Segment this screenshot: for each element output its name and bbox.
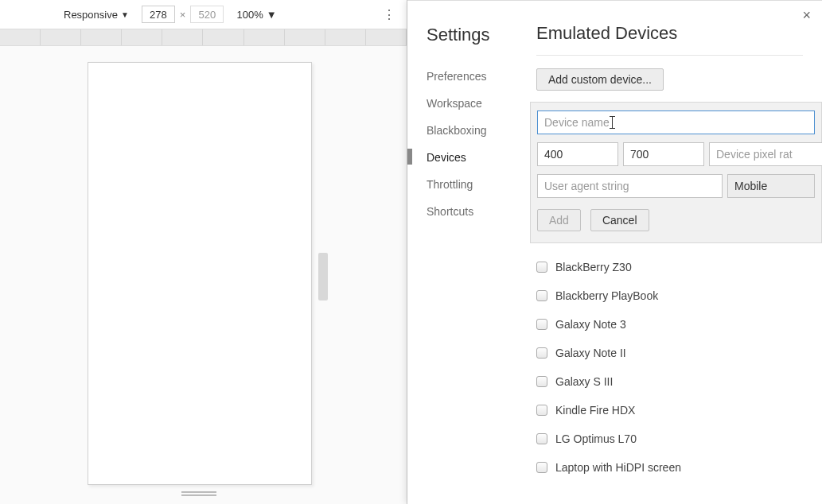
device-label: Blackberry PlayBook: [555, 289, 658, 302]
settings-sidebar: Settings PreferencesWorkspaceBlackboxing…: [407, 1, 530, 504]
close-icon[interactable]: ×: [802, 7, 811, 24]
chevron-down-icon: ▼: [267, 9, 277, 21]
settings-nav-throttling[interactable]: Throttling: [427, 171, 530, 198]
device-label: Kindle Fire HDX: [555, 404, 635, 417]
settings-nav-preferences[interactable]: Preferences: [427, 63, 530, 90]
page-title: Emulated Devices: [536, 23, 803, 44]
device-label: BlackBerry Z30: [555, 261, 632, 273]
viewport-area: [0, 46, 407, 504]
device-label: Galaxy Note II: [555, 347, 626, 359]
device-label: LG Optimus L70: [555, 432, 637, 445]
device-height-input[interactable]: [623, 142, 704, 166]
text-cursor-icon: [612, 116, 613, 129]
settings-nav-devices[interactable]: Devices: [427, 144, 530, 171]
checkbox[interactable]: [536, 319, 547, 330]
device-mode-pane: Responsive ▼ × 100% ▼ ⋮: [0, 0, 407, 504]
settings-panel: Settings PreferencesWorkspaceBlackboxing…: [407, 0, 822, 504]
add-custom-device-button[interactable]: Add custom device...: [536, 68, 664, 91]
dimension-separator: ×: [180, 9, 186, 21]
device-mode-dropdown[interactable]: Responsive ▼: [64, 9, 129, 21]
checkbox[interactable]: [536, 262, 547, 273]
viewport-dimensions: ×: [142, 6, 224, 23]
ruler: [0, 29, 407, 46]
cancel-button[interactable]: Cancel: [590, 209, 649, 231]
device-list-item[interactable]: Kindle Fire HDX: [536, 396, 803, 425]
divider: [536, 55, 803, 56]
chevron-down-icon: ▼: [121, 10, 129, 19]
add-button[interactable]: Add: [537, 209, 581, 231]
device-label: Laptop with HiDPI screen: [555, 461, 681, 474]
device-label: Galaxy S III: [555, 375, 613, 388]
device-list-item[interactable]: Laptop with HiDPI screen: [536, 453, 803, 482]
settings-nav-blackboxing[interactable]: Blackboxing: [427, 117, 530, 144]
device-toolbar: Responsive ▼ × 100% ▼ ⋮: [0, 0, 407, 29]
checkbox[interactable]: [536, 376, 547, 387]
device-name-input[interactable]: [537, 110, 815, 134]
checkbox[interactable]: [536, 290, 547, 301]
add-device-form: Mobile Add Cancel: [530, 102, 822, 243]
device-list-item[interactable]: LG Optimus L70: [536, 425, 803, 453]
checkbox[interactable]: [536, 462, 547, 473]
settings-content: × Emulated Devices Add custom device... …: [530, 1, 822, 504]
zoom-level: 100%: [236, 9, 263, 21]
viewport-resize-handle-horizontal[interactable]: [181, 491, 216, 498]
emulated-viewport[interactable]: [88, 62, 312, 485]
device-list: BlackBerry Z30Blackberry PlayBookGalaxy …: [536, 253, 803, 482]
more-options-icon[interactable]: ⋮: [383, 7, 395, 22]
device-pixel-ratio-input[interactable]: [709, 142, 822, 166]
checkbox[interactable]: [536, 347, 547, 359]
device-list-item[interactable]: Galaxy Note 3: [536, 310, 803, 339]
resize-handle-icon: [318, 253, 328, 300]
device-label: Galaxy Note 3: [555, 318, 626, 331]
settings-title: Settings: [427, 25, 530, 45]
device-width-input[interactable]: [537, 142, 618, 166]
user-agent-input[interactable]: [537, 174, 723, 198]
checkbox[interactable]: [536, 405, 547, 416]
device-mode-label: Responsive: [64, 9, 118, 21]
settings-nav-shortcuts[interactable]: Shortcuts: [427, 198, 530, 225]
device-list-item[interactable]: BlackBerry Z30: [536, 253, 803, 281]
settings-nav-workspace[interactable]: Workspace: [427, 90, 530, 117]
device-type-dropdown[interactable]: Mobile: [727, 174, 815, 198]
viewport-width-input[interactable]: [142, 6, 175, 23]
device-list-item[interactable]: Blackberry PlayBook: [536, 281, 803, 310]
viewport-resize-handle-vertical[interactable]: [318, 62, 328, 485]
viewport-height-input[interactable]: [190, 6, 224, 23]
device-list-item[interactable]: Galaxy S III: [536, 367, 803, 396]
device-list-item[interactable]: Galaxy Note II: [536, 339, 803, 367]
checkbox[interactable]: [536, 433, 547, 444]
device-type-label: Mobile: [734, 180, 767, 192]
zoom-dropdown[interactable]: 100% ▼: [236, 9, 276, 21]
